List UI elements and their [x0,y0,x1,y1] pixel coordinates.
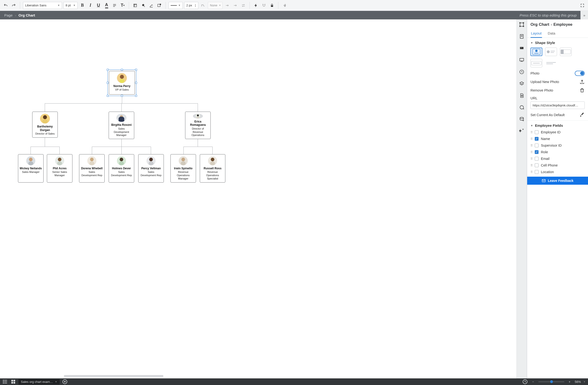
photo-toggle[interactable] [575,71,585,76]
drag-handle-icon[interactable]: ⠿ [530,144,532,147]
tab-layout[interactable]: Layout [530,30,542,38]
drag-handle-icon[interactable]: ⠿ [530,131,532,134]
trash-icon[interactable] [580,88,585,93]
org-node[interactable]: Percy Veltman Sales Development Rep [138,154,164,183]
zoom-slider[interactable] [538,382,564,382]
svg-rect-44 [210,161,215,165]
[interactable] [519,128,525,134]
arrow-right-button[interactable] [224,2,231,9]
redo-button[interactable] [10,2,17,9]
shape-style-card-lines[interactable] [545,59,557,67]
underline-button[interactable]: U [95,2,102,9]
field-checkbox[interactable] [535,150,539,154]
org-node[interactable]: Dorena Whebell Sales Development Rep [79,154,105,183]
rail-layers-icon[interactable] [519,81,525,87]
page-tab[interactable]: Sales org chart exam…▼ [19,379,60,385]
italic-button[interactable]: I [87,2,94,9]
drag-handle-icon[interactable]: ⠿ [530,157,532,161]
shape-style-card-split[interactable] [560,48,572,56]
photo-url-input[interactable]: https://d2slcw3kip6qmk.cloudf… [530,101,585,109]
employee-field-row: ⠿ Cell Phone [530,163,585,167]
org-node[interactable]: Phil Acres Senior Sales Manager [47,154,72,183]
zoom-reset-icon[interactable] [522,379,528,385]
field-checkbox[interactable] [535,157,539,161]
add-page-button[interactable] [62,379,68,385]
svg-rect-79 [14,380,15,382]
org-node[interactable]: Mickey Neilands Sales Manager [18,154,43,183]
rail-comment-icon[interactable]: "" [519,45,525,51]
font-size-select[interactable]: 8 pt▼ [63,2,78,9]
border-color-button[interactable] [148,2,155,9]
photo-label: Photo [530,71,540,75]
field-checkbox[interactable] [535,137,539,141]
tab-data[interactable]: Data [547,30,556,38]
svg-point-12 [284,5,285,6]
fill-color-button[interactable] [140,2,147,9]
swap-endpoints-button[interactable] [240,2,247,9]
shape-options-button[interactable] [156,2,163,9]
rail-chat-icon[interactable] [519,105,525,110]
org-node[interactable]: Birgitta Rosoni Sales Development Manage… [109,112,134,139]
field-checkbox[interactable] [535,130,539,134]
list-view-icon[interactable] [2,379,8,385]
section-employee-fields[interactable]: ▼Employee Fields [530,123,585,127]
drag-handle-icon[interactable]: ⠿ [530,170,532,174]
drag-handle-icon[interactable]: ⠿ [530,150,532,154]
org-node[interactable]: Irwin Spinello Revenue Operations Manage… [170,154,196,183]
org-node[interactable]: Erica Romaguera Director of Revenue Oper… [185,112,211,139]
collapse-panel-button[interactable]: » [580,11,588,19]
bold-button[interactable]: B [79,2,86,9]
field-checkbox[interactable] [535,163,539,167]
undo-button[interactable] [2,2,9,9]
svg-rect-32 [89,161,94,165]
canvas[interactable]: Norma Perry VP of Sales Bartholemy Durga… [0,19,517,378]
org-node[interactable]: Russell Ross Revenue Operations Speciali… [200,154,225,183]
fullscreen-button[interactable] [579,2,586,9]
svg-point-28 [58,158,61,161]
rail-data-icon[interactable] [519,116,525,122]
line-style-select[interactable]: ▼ [168,2,183,9]
zoom-menu-caret[interactable]: ▼ [583,381,586,383]
shape-fit-button[interactable] [132,2,139,9]
rail-present-icon[interactable] [519,57,525,63]
font-family-select[interactable]: Liberation Sans▼ [23,2,62,9]
rail-doc-icon[interactable] [519,93,525,98]
line-width-select[interactable]: 2 px▲▼ [184,2,198,9]
org-node[interactable]: Bartholemy Durgan Director of Sales [32,112,58,138]
rail-page-icon[interactable] [519,34,525,39]
arrow-down-button[interactable] [232,2,239,9]
upload-icon[interactable] [580,79,585,84]
breadcrumb-current[interactable]: Org Chart [19,13,35,17]
org-node[interactable]: Holmes Dever Sales Development Rep [109,154,134,183]
org-node[interactable]: Norma Perry VP of Sales [109,71,135,95]
endpoint-left-select[interactable]: None▼ [208,2,223,9]
zoom-out-button[interactable]: − [530,379,536,385]
lock-button[interactable] [269,2,275,9]
canvas-horizontal-scrollbar[interactable] [64,375,163,377]
breadcrumb-root[interactable]: Page [4,13,13,17]
bolt-button[interactable] [252,2,259,9]
drag-handle-icon[interactable]: ⠿ [530,137,532,141]
shape-style-card-side[interactable] [545,48,557,56]
shape-style-card-box[interactable] [530,59,542,67]
rail-history-icon[interactable] [519,69,525,75]
avatar [147,156,155,165]
brush-icon[interactable] [580,112,585,117]
svg-point-25 [29,158,32,161]
field-checkbox[interactable] [535,170,539,174]
zoom-in-button[interactable]: + [567,379,572,385]
drag-handle-icon[interactable]: ⠿ [530,164,532,167]
breadcrumb-bar: Page › Org Chart Press ESC to stop editi… [0,11,588,19]
magnet-button[interactable] [261,2,267,9]
line-shape-button[interactable] [200,2,206,9]
grid-view-icon[interactable] [10,379,16,385]
align-button[interactable] [111,2,118,9]
font-color-button[interactable]: A [103,2,110,9]
section-shape-style[interactable]: ▼Shape Style [530,41,585,45]
field-checkbox[interactable] [535,144,539,147]
rail-shape-icon[interactable] [519,22,525,27]
settings-button[interactable] [281,2,288,9]
shape-style-card-photo[interactable] [530,48,542,56]
leave-feedback-button[interactable]: Leave Feedback [527,177,588,185]
text-options-button[interactable]: T▾ [119,2,126,9]
